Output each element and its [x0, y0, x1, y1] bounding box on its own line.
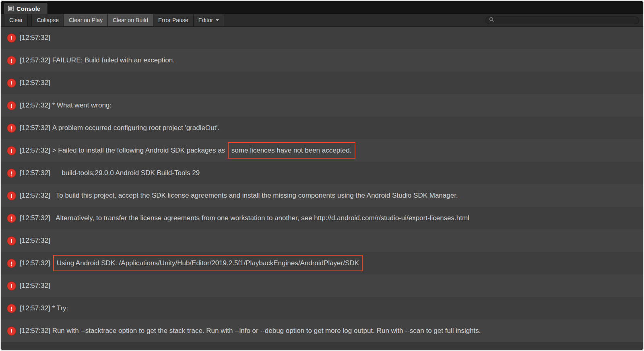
console-toolbar: ClearCollapseClear on PlayClear on Build… — [1, 14, 643, 27]
timestamp: [12:57:32] — [20, 56, 50, 64]
error-icon: ! — [7, 214, 16, 223]
log-entry[interactable]: ! [12:57:32] — [1, 72, 643, 94]
timestamp: [12:57:32] — [20, 169, 50, 177]
tab-label: Console — [17, 5, 40, 12]
error-icon: ! — [7, 304, 16, 313]
log-entry[interactable]: ! [12:57:32] build-tools;29.0.0 Android … — [1, 162, 643, 184]
toolbar-button-clear[interactable]: Clear — [4, 14, 28, 26]
tab-console[interactable]: Console — [4, 2, 48, 14]
timestamp: [12:57:32] — [20, 304, 50, 312]
toolbar-button-label: Clear on Build — [113, 17, 148, 23]
search-field[interactable] — [485, 17, 639, 24]
log-entry[interactable]: ! [12:57:32] To build this project, acce… — [1, 184, 643, 207]
log-entry[interactable]: ! [12:57:32]* What went wrong: — [1, 94, 643, 117]
toolbar-button-editor[interactable]: Editor — [193, 14, 225, 26]
error-icon: ! — [7, 259, 16, 268]
log-entry-text: [12:57:32] — [20, 237, 52, 245]
tab-bar: Console — [1, 1, 643, 14]
dropdown-arrow-icon — [216, 19, 219, 21]
console-log-list: ! [12:57:32] ! [12:57:32]FAILURE: Build … — [1, 27, 643, 350]
log-entry[interactable]: ! [12:57:32]Run with --stacktrace option… — [1, 320, 643, 342]
toolbar-button-collapse[interactable]: Collapse — [31, 14, 64, 26]
log-message: A problem occurred configuring root proj… — [52, 124, 220, 132]
log-entry-text: [12:57:32] — [20, 79, 52, 87]
error-icon: ! — [7, 33, 16, 43]
log-entry[interactable]: ! [12:57:32] — [1, 229, 643, 252]
search-icon — [489, 17, 494, 24]
timestamp: [12:57:32] — [20, 124, 50, 132]
toolbar-button-label: Clear on Play — [69, 17, 103, 23]
error-icon: ! — [7, 236, 16, 246]
error-icon: ! — [7, 146, 16, 155]
log-entry[interactable]: ! [12:57:32]* Try: — [1, 297, 643, 320]
toolbar-button-label: Collapse — [37, 17, 58, 23]
log-message: build-tools;29.0.0 Android SDK Build-Too… — [52, 169, 200, 177]
error-icon: ! — [7, 281, 16, 291]
log-entry[interactable]: ! [12:57:32]FAILURE: Build failed with a… — [1, 49, 643, 72]
toolbar-button-label: Error Pause — [158, 17, 188, 23]
annotation-highlight-box: some licences have not been accepted. — [228, 142, 355, 159]
log-message: Run with --stacktrace option to get the … — [52, 327, 481, 334]
annotation-highlight-box: Using Android SDK: /Applications/Unity/H… — [53, 255, 363, 271]
log-entry[interactable]: ! [12:57:32]> Failed to install the foll… — [1, 139, 643, 162]
log-entry-text: [12:57:32] Alternatively, to transfer th… — [20, 214, 469, 222]
log-entry-text: [12:57:32] To build this project, accept… — [20, 192, 458, 200]
timestamp: [12:57:32] — [20, 214, 50, 222]
timestamp: [12:57:32] — [20, 34, 50, 41]
unity-console-window: Console ClearCollapseClear on PlayClear … — [0, 0, 644, 351]
timestamp: [12:57:32] — [20, 237, 50, 244]
log-entry-text: [12:57:32]* What went wrong: — [20, 101, 111, 109]
error-icon: ! — [7, 191, 16, 200]
toolbar-button-error-pause[interactable]: Error Pause — [153, 14, 194, 26]
timestamp: [12:57:32] — [20, 282, 50, 289]
log-entry-text: [12:57:32]* Try: — [20, 304, 68, 312]
toolbar-button-label: Editor — [198, 17, 213, 23]
log-entry[interactable]: ! [12:57:32] — [1, 275, 643, 297]
error-icon: ! — [7, 101, 16, 110]
error-icon: ! — [7, 169, 16, 178]
log-message: Alternatively, to transfer the license a… — [52, 214, 469, 222]
timestamp: [12:57:32] — [20, 192, 50, 199]
log-entry-text: [12:57:32]A problem occurred configuring… — [20, 124, 219, 132]
error-icon: ! — [7, 326, 16, 336]
timestamp: [12:57:32] — [20, 147, 50, 154]
timestamp: [12:57:32] — [20, 327, 50, 334]
error-icon: ! — [7, 56, 16, 65]
timestamp: [12:57:32] — [20, 259, 50, 267]
log-entry[interactable]: ! [12:57:32] — [1, 27, 643, 49]
log-entry-text: [12:57:32]> Failed to install the follow… — [20, 147, 355, 155]
toolbar-button-label: Clear — [9, 17, 23, 23]
log-message: * What went wrong: — [52, 101, 111, 109]
log-message: FAILURE: Build failed with an exception. — [52, 56, 175, 64]
log-entry-text: [12:57:32]FAILURE: Build failed with an … — [20, 56, 175, 64]
log-entry-text: [12:57:32]Using Android SDK: /Applicatio… — [20, 259, 363, 267]
timestamp: [12:57:32] — [20, 101, 50, 109]
log-message: To build this project, accept the SDK li… — [52, 192, 458, 199]
toolbar-button-clear-on-play[interactable]: Clear on Play — [64, 14, 108, 26]
log-entry[interactable]: ! [12:57:32]Using Android SDK: /Applicat… — [1, 252, 643, 275]
log-entry-text: [12:57:32] — [20, 34, 52, 42]
log-entry[interactable]: ! [12:57:32]A problem occurred configuri… — [1, 117, 643, 139]
search-input[interactable] — [496, 17, 636, 23]
log-entry-text: [12:57:32] build-tools;29.0.0 Android SD… — [20, 169, 200, 177]
toolbar-buttons: ClearCollapseClear on PlayClear on Build… — [4, 14, 224, 26]
log-entry-text: [12:57:32] — [20, 282, 52, 290]
error-icon: ! — [7, 124, 16, 133]
timestamp: [12:57:32] — [20, 79, 50, 87]
log-entry-text: [12:57:32]Run with --stacktrace option t… — [20, 327, 481, 335]
toolbar-button-clear-on-build[interactable]: Clear on Build — [107, 14, 153, 26]
log-message: > Failed to install the following Androi… — [52, 147, 227, 154]
console-icon — [8, 6, 14, 11]
log-message: * Try: — [52, 304, 68, 312]
log-entry[interactable]: ! [12:57:32] Alternatively, to transfer … — [1, 207, 643, 229]
error-icon: ! — [7, 78, 16, 88]
